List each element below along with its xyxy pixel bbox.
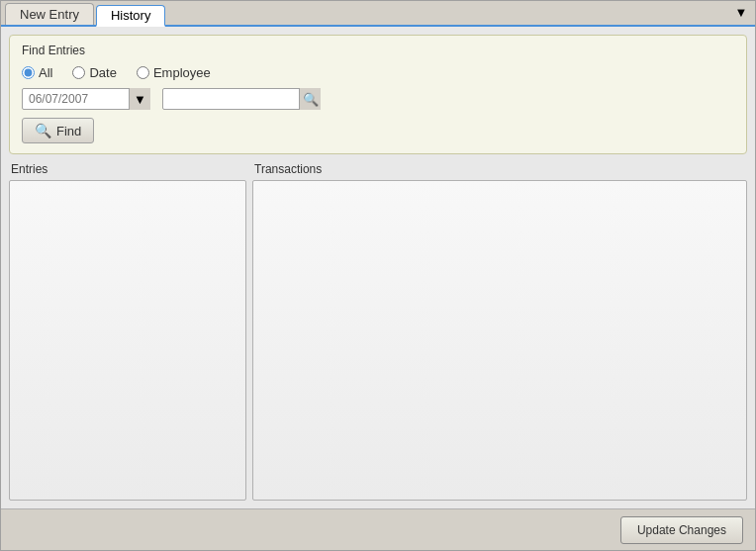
find-entries-title: Find Entries — [22, 44, 734, 57]
chevron-down-icon: ▼ — [735, 5, 748, 20]
transactions-panel: Transactions — [252, 162, 747, 501]
entries-panel: Entries — [9, 162, 246, 501]
radio-row: All Date Employee — [22, 65, 734, 80]
radio-employee-label: Employee — [153, 65, 211, 80]
entries-header: Entries — [9, 162, 246, 176]
filter-row: ▼ 🔍 — [22, 88, 734, 110]
radio-all-label: All — [39, 65, 52, 80]
transactions-list[interactable] — [252, 180, 747, 501]
entries-list[interactable] — [9, 180, 246, 501]
tab-bar: New Entry History ▼ — [1, 1, 755, 27]
radio-date-label: Date — [89, 65, 116, 80]
find-button[interactable]: 🔍 Find — [22, 118, 94, 143]
chevron-down-icon: ▼ — [134, 92, 146, 107]
tab-history[interactable]: History — [96, 5, 165, 27]
bottom-bar: Update Changes — [1, 508, 755, 550]
tab-dropdown-button[interactable]: ▼ — [731, 1, 751, 23]
tab-history-label: History — [111, 8, 150, 23]
date-dropdown-button[interactable]: ▼ — [129, 88, 150, 110]
radio-date[interactable]: Date — [72, 65, 116, 80]
search-icon: 🔍 — [303, 92, 319, 107]
date-input-wrapper: ▼ — [22, 88, 150, 110]
tab-new-entry-label: New Entry — [20, 7, 79, 22]
lists-area: Entries Transactions — [9, 162, 747, 501]
find-button-label: Find — [56, 124, 81, 138]
employee-input-wrapper: 🔍 — [162, 88, 321, 110]
radio-employee[interactable]: Employee — [137, 65, 211, 80]
employee-search-button[interactable]: 🔍 — [299, 88, 321, 110]
radio-employee-input[interactable] — [137, 66, 149, 79]
radio-all-input[interactable] — [22, 66, 35, 79]
radio-date-input[interactable] — [72, 66, 85, 79]
transactions-header: Transactions — [252, 162, 747, 176]
employee-input[interactable] — [162, 88, 321, 110]
find-entries-section: Find Entries All Date Employee — [9, 35, 747, 154]
tab-new-entry[interactable]: New Entry — [5, 3, 94, 25]
update-changes-button[interactable]: Update Changes — [620, 516, 743, 544]
content-area: Find Entries All Date Employee — [1, 27, 755, 508]
main-container: New Entry History ▼ Find Entries All Dat… — [0, 0, 756, 551]
find-icon: 🔍 — [35, 123, 51, 138]
radio-all[interactable]: All — [22, 65, 52, 80]
